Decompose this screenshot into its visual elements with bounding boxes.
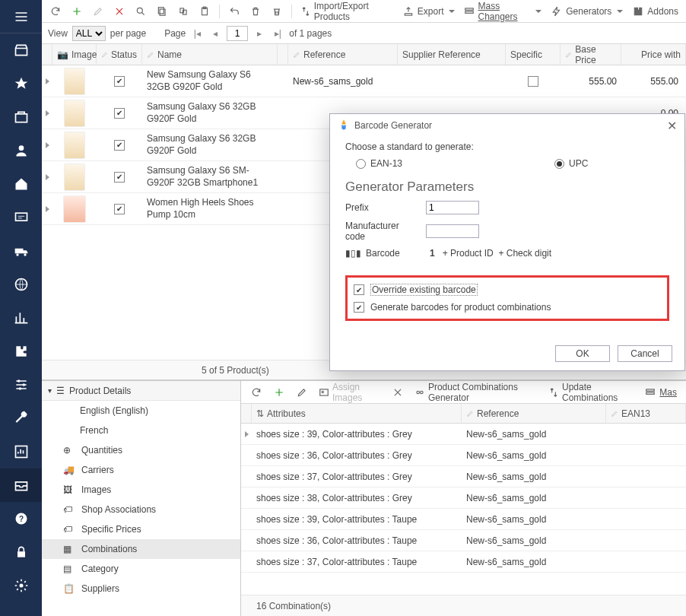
sliders-icon[interactable] — [0, 368, 42, 402]
specific-checkbox[interactable] — [528, 76, 538, 87]
menu-toggle-icon[interactable] — [0, 0, 42, 33]
addons-button[interactable]: Addons — [629, 4, 681, 19]
detail-item-quantities[interactable]: ⊕Quantities — [42, 440, 240, 460]
row-expand-icon[interactable] — [42, 65, 52, 97]
prev-page-button[interactable]: ◂ — [208, 27, 222, 40]
copy-icon[interactable] — [153, 4, 171, 19]
col-status[interactable]: Status — [97, 44, 142, 65]
combo-row[interactable]: shoes size : 37, Color-attributes : Grey… — [241, 466, 686, 487]
upc-radio[interactable]: UPC — [554, 158, 588, 169]
orders-icon[interactable] — [0, 100, 42, 134]
combo-add-icon[interactable] — [270, 385, 288, 400]
trash-icon[interactable] — [246, 4, 265, 19]
user-icon[interactable] — [0, 134, 42, 167]
shop-icon[interactable] — [0, 33, 42, 67]
prefix-input[interactable] — [426, 201, 479, 214]
importexport-button[interactable]: Import/Export Products — [297, 0, 396, 24]
trash2-icon[interactable] — [268, 4, 286, 19]
table-row[interactable]: New Samsung Galaxy S6 32GB G920F GoldNew… — [42, 65, 686, 97]
row-expand-icon[interactable] — [42, 129, 52, 160]
view-label: View — [48, 28, 68, 39]
combo-row[interactable]: shoes size : 36, Color-attributes : Grey… — [241, 445, 686, 466]
combo-col-attributes[interactable]: ⇅ Attributes — [252, 404, 462, 423]
row-expand-icon[interactable] — [42, 97, 52, 129]
status-checkbox[interactable] — [114, 204, 125, 214]
detail-item-category[interactable]: ▤Category — [42, 559, 240, 579]
override-checkbox[interactable]: Override existing barcode — [354, 284, 661, 296]
next-page-button[interactable]: ▸ — [252, 27, 266, 40]
combo-generator-button[interactable]: Product Combinations Generator — [411, 380, 541, 405]
col-name[interactable]: Name — [142, 44, 278, 65]
combo-refresh-icon[interactable] — [247, 385, 265, 400]
combo-mass-button[interactable]: Mas — [641, 385, 680, 400]
export-button[interactable]: Export — [399, 4, 459, 19]
svg-point-24 — [322, 391, 323, 392]
generate-combos-checkbox[interactable]: Generate barcodes for product combinatio… — [354, 302, 661, 313]
combo-row[interactable]: shoes size : 39, Color-attributes : Taup… — [241, 509, 686, 530]
undo-icon[interactable] — [225, 4, 243, 19]
home-icon[interactable] — [0, 167, 42, 201]
help-icon[interactable]: ? — [0, 502, 42, 535]
status-checkbox[interactable] — [114, 108, 125, 119]
language-item[interactable]: French — [42, 421, 240, 440]
page-input[interactable] — [227, 26, 248, 41]
gear-icon[interactable] — [0, 569, 42, 602]
delete-icon[interactable] — [110, 4, 129, 19]
paste-icon[interactable] — [195, 4, 214, 19]
dialog-close-icon[interactable]: ✕ — [667, 119, 677, 133]
svg-rect-0 — [15, 114, 27, 122]
row-expand-icon[interactable] — [42, 193, 52, 224]
status-checkbox[interactable] — [114, 172, 125, 183]
generators-button[interactable]: Generators — [548, 4, 626, 19]
mfg-input[interactable] — [426, 224, 479, 238]
stats-icon[interactable] — [0, 301, 42, 335]
puzzle-icon[interactable] — [0, 335, 42, 368]
detail-item-images[interactable]: 🖼Images — [42, 480, 240, 500]
message-icon[interactable] — [0, 201, 42, 234]
add-icon[interactable] — [68, 4, 86, 19]
col-image[interactable]: 📷 Image — [52, 44, 97, 65]
col-pricewith[interactable]: Price with — [621, 44, 686, 65]
status-checkbox[interactable] — [114, 140, 125, 151]
combo-row[interactable]: shoes size : 36, Color-attributes : Taup… — [241, 530, 686, 551]
chart-icon[interactable] — [0, 435, 42, 468]
detail-item-shop-associations[interactable]: 🏷Shop Associations — [42, 500, 240, 519]
col-baseprice[interactable]: Base Price — [561, 44, 621, 65]
last-page-button[interactable]: ▸| — [271, 27, 284, 40]
svg-rect-15 — [160, 9, 165, 15]
detail-item-suppliers[interactable]: 📋Suppliers — [42, 579, 240, 599]
col-specific[interactable]: Specific — [506, 44, 561, 65]
combo-col-reference[interactable]: Reference — [462, 404, 606, 423]
wrench-icon[interactable] — [0, 402, 42, 435]
search-icon[interactable] — [132, 4, 150, 19]
language-item[interactable]: English (English) — [42, 401, 240, 421]
detail-item-specific-prices[interactable]: 🏷Specific Prices — [42, 519, 240, 539]
cancel-button[interactable]: Cancel — [618, 345, 672, 362]
combo-attr-cell: shoes size : 39, Color-attributes : Taup… — [252, 514, 462, 525]
combo-col-ean13[interactable]: EAN13 — [606, 404, 686, 423]
combo-row[interactable]: shoes size : 38, Color-attributes : Grey… — [241, 487, 686, 509]
globe-icon[interactable] — [0, 268, 42, 301]
ok-button[interactable]: OK — [555, 345, 610, 362]
update-combos-button[interactable]: Update Combinations — [545, 380, 637, 405]
shipping-icon[interactable] — [0, 234, 42, 268]
lock-icon[interactable] — [0, 535, 42, 569]
refresh-icon[interactable] — [46, 4, 65, 19]
row-expand-icon[interactable] — [42, 161, 52, 192]
detail-item-carriers[interactable]: 🚚Carriers — [42, 460, 240, 480]
star-icon[interactable] — [0, 67, 42, 100]
masschangers-button[interactable]: Mass Changers — [461, 0, 545, 24]
status-checkbox[interactable] — [114, 76, 125, 87]
ean13-radio[interactable]: EAN-13 — [356, 158, 402, 169]
combo-row[interactable]: shoes size : 37, Color-attributes : Taup… — [241, 551, 686, 573]
col-reference[interactable]: Reference — [288, 44, 398, 65]
view-select[interactable]: ALL — [72, 26, 106, 41]
copy2-icon[interactable] — [174, 4, 192, 19]
combo-row[interactable]: shoes size : 39, Color-attributes : Grey… — [241, 424, 686, 445]
inbox-icon[interactable] — [0, 468, 42, 502]
combo-ref-cell: New-s6_sams_gold — [462, 557, 606, 567]
detail-item-combinations[interactable]: ▦Combinations — [42, 539, 240, 559]
first-page-button[interactable]: |◂ — [190, 27, 204, 40]
col-supplierref[interactable]: Supplier Reference — [398, 44, 506, 65]
details-header[interactable]: ▾ ☰ Product Details — [42, 381, 240, 401]
